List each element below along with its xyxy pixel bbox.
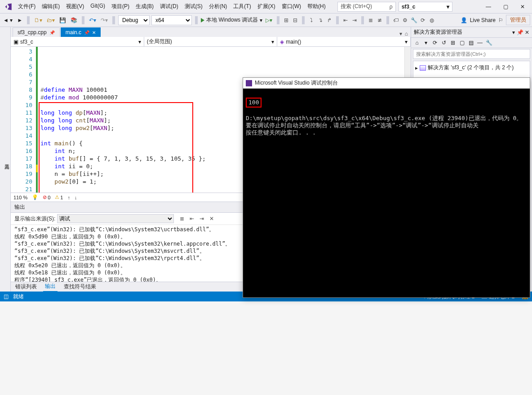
sol-btn-4[interactable]: ↺ (440, 39, 448, 47)
tab-home-icon[interactable]: ⌂ (405, 31, 408, 37)
solution-name-box[interactable]: sf3_c ▾ (399, 2, 452, 12)
menu-item[interactable]: 文件(F) (15, 1, 38, 12)
nav-up-icon[interactable]: ↑ (67, 195, 70, 200)
redo-button[interactable]: ↷▾ (99, 15, 109, 25)
sol-refresh-button[interactable]: ⟳ (431, 39, 439, 47)
menu-item[interactable]: 分析(N) (206, 1, 230, 12)
output-clear-button[interactable]: ✕ (208, 215, 215, 222)
menu-item[interactable]: 工具(T) (231, 1, 253, 12)
sol-exp-controls: ▾ 📌 ✕ (512, 29, 529, 36)
vs-console-icon (246, 80, 252, 86)
config-select[interactable]: Debug (118, 15, 150, 25)
nav-back-button[interactable]: ◄ ▾ (2, 15, 14, 25)
search-hotkey-icon: ρ (390, 4, 393, 10)
document-tab[interactable]: main.c📌✕ (61, 27, 101, 37)
lightbulb-icon[interactable]: 💡 (32, 194, 38, 200)
debug-target-button[interactable]: ▷▾ (264, 15, 274, 25)
window-buttons: — ▢ ✕ (481, 1, 530, 12)
step-over-button[interactable]: ⤵ (308, 15, 315, 25)
platform-select[interactable]: x64 (151, 15, 192, 25)
menu-item[interactable]: 帮助(H) (305, 1, 328, 12)
sol-home-button[interactable]: ⌂ (413, 39, 421, 47)
menu-item[interactable]: 扩展(X) (255, 1, 278, 12)
live-share-button[interactable]: Live Share (470, 17, 496, 23)
sol-exp-search[interactable] (413, 49, 530, 59)
pin-icon[interactable]: 📌 (49, 30, 55, 35)
title-bar: 文件(F)编辑(E)视图(V)Git(G)项目(P)生成(B)调试(D)测试(S… (0, 0, 532, 13)
comment-button[interactable]: ≣ (367, 15, 374, 25)
toolbar-misc-4[interactable]: ◍ (428, 15, 435, 25)
close-button[interactable]: ✕ (515, 1, 530, 12)
sol-btn-5[interactable]: ⊞ (449, 39, 457, 47)
chevron-down-icon: ▾ (447, 4, 449, 10)
output-source-select[interactable]: 调试 (57, 214, 174, 223)
sol-btn-8[interactable]: — (476, 39, 484, 47)
indent-less-button[interactable]: ⇤ (342, 15, 349, 25)
user-icon[interactable]: 👤 (461, 17, 467, 23)
toolbar-misc-3[interactable]: ⟳ (419, 15, 426, 25)
minimize-button[interactable]: — (481, 1, 496, 12)
close-icon[interactable]: ✕ (92, 30, 96, 35)
tab-dropdown-icon[interactable]: ▾ (399, 31, 402, 37)
chevron-down-icon: ▾ (271, 39, 274, 45)
nav-member[interactable]: ◈ main() ▾ (277, 37, 411, 46)
nav-scope[interactable]: (全局范围) ▾ (144, 37, 278, 46)
bookmark-button[interactable]: 🏷 (392, 15, 399, 25)
menu-item[interactable]: 生成(B) (133, 1, 156, 12)
output-btn-2[interactable]: ⇤ (188, 215, 195, 222)
step-into-button[interactable]: ↴ (317, 15, 324, 25)
new-item-button[interactable]: 🗋▾ (33, 15, 44, 25)
nav-project[interactable]: ▣ sf3_c ▾ (11, 37, 144, 46)
menu-item[interactable]: Git(G) (88, 1, 108, 12)
document-tabs: sf3_cpp.cpp📌main.c📌✕ ▾ ⌂ (11, 27, 411, 37)
menu-item[interactable]: 窗口(W) (279, 1, 304, 12)
maximize-button[interactable]: ▢ (498, 1, 513, 12)
step-out-button[interactable]: ↱ (326, 15, 333, 25)
indent-more-button[interactable]: ⇥ (351, 15, 358, 25)
menu-item[interactable]: 编辑(E) (39, 1, 62, 12)
line-gutter: 3456789101112131415161718192021222324252… (11, 47, 36, 193)
method-icon: ◈ (280, 39, 284, 45)
open-button[interactable]: 🗁▾ (45, 15, 56, 25)
output-tab[interactable]: 错误列表 (13, 282, 39, 292)
expand-icon[interactable]: ▸ (415, 65, 418, 71)
save-all-button[interactable]: 📚 (69, 15, 79, 25)
toolbar-misc-1[interactable]: ⚙ (401, 15, 408, 25)
nav-fwd-button[interactable]: ► (16, 15, 24, 25)
global-search[interactable]: 搜索 (Ctrl+Q) ρ (337, 2, 396, 12)
undo-button[interactable]: ↶▾ (88, 15, 98, 25)
output-tab[interactable]: 输出 (43, 282, 58, 292)
menu-item[interactable]: 视图(V) (63, 1, 87, 12)
run-debugger-button[interactable]: 本地 Windows 调试器 ▾ (201, 16, 262, 24)
left-side-tab[interactable]: 工具箱 (0, 27, 11, 292)
console-text: D:\mysetup\gopath\src\dsy\sf3_c\x64\Debu… (246, 115, 522, 136)
warning-count[interactable]: ⚠ 1 (55, 194, 63, 200)
console-body[interactable]: 100 D:\mysetup\gopath\src\dsy\sf3_c\x64\… (243, 89, 530, 297)
chevron-down-icon: ▾ (405, 39, 408, 45)
sol-props-button[interactable]: 🔧 (485, 39, 493, 47)
status-left-icon[interactable]: ◫ (4, 293, 9, 300)
output-tab[interactable]: 查找符号结果 (62, 282, 98, 292)
console-titlebar[interactable]: Microsoft Visual Studio 调试控制台 (243, 78, 530, 89)
solution-root[interactable]: ▸ 解决方案 'sf3_c' (2 个项目，共 2 个) (415, 63, 528, 72)
pin-icon[interactable]: 📌 (84, 30, 89, 35)
sol-btn-6[interactable]: ▢ (458, 39, 466, 47)
feedback-button[interactable]: ⚐ (498, 17, 503, 23)
save-button[interactable]: 💾 (58, 15, 67, 25)
menu-item[interactable]: 调试(D) (157, 1, 181, 12)
document-tab[interactable]: sf3_cpp.cpp📌 (13, 27, 60, 37)
menu-item[interactable]: 项目(P) (109, 1, 132, 12)
output-btn-3[interactable]: ⇥ (198, 215, 205, 222)
error-count[interactable]: ⊘ 0 (43, 194, 50, 200)
output-btn-1[interactable]: ≣ (178, 215, 186, 222)
zoom-level[interactable]: 110 % (13, 195, 27, 200)
toolbar-btn-1[interactable]: ⊞ (283, 15, 290, 25)
toolbar-btn-2[interactable]: ⊟ (292, 15, 299, 25)
sol-btn-7[interactable]: ▤ (467, 39, 475, 47)
nav-down-icon[interactable]: ↓ (75, 195, 77, 200)
menu-item[interactable]: 测试(S) (182, 1, 205, 12)
sol-btn-2[interactable]: ▾ (422, 39, 430, 47)
toolbar-misc-2[interactable]: 🔧 (410, 15, 417, 25)
uncomment-button[interactable]: ≢ (376, 15, 383, 25)
output-title: 输出 (14, 203, 25, 211)
